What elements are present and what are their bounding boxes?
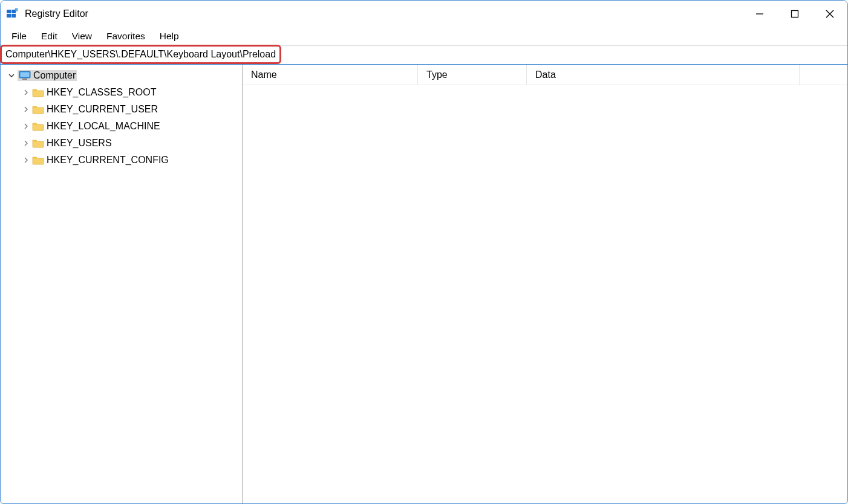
main-split: Computer HKEY_CLASSES_ROOT HK [1, 65, 847, 503]
menu-view[interactable]: View [65, 28, 99, 44]
svg-rect-10 [21, 73, 30, 77]
address-bar-highlight: Computer\HKEY_USERS\.DEFAULT\Keyboard La… [0, 45, 281, 64]
tree-pane[interactable]: Computer HKEY_CLASSES_ROOT HK [1, 65, 243, 503]
values-pane: Name Type Data [243, 65, 847, 503]
registry-editor-window: Registry Editor File Edit View Favorites… [0, 0, 848, 504]
regedit-icon [5, 7, 19, 21]
column-header-tail[interactable] [799, 65, 847, 85]
chevron-right-icon[interactable] [21, 88, 31, 97]
tree-node-hklm[interactable]: HKEY_LOCAL_MACHINE [1, 118, 242, 135]
tree-node-label: HKEY_CURRENT_CONFIG [47, 155, 169, 166]
tree-node-label: HKEY_LOCAL_MACHINE [47, 121, 160, 132]
menu-help[interactable]: Help [152, 28, 186, 44]
tree-node-computer[interactable]: Computer [1, 67, 242, 84]
menu-edit[interactable]: Edit [34, 28, 65, 44]
folder-icon [32, 138, 44, 149]
tree-node-label: Computer [33, 70, 76, 81]
column-headers: Name Type Data [243, 65, 847, 85]
chevron-right-icon[interactable] [21, 105, 31, 114]
svg-rect-11 [22, 79, 27, 80]
computer-icon [19, 70, 31, 81]
chevron-right-icon[interactable] [21, 121, 31, 131]
svg-rect-3 [11, 14, 16, 18]
tree-node-hkcr[interactable]: HKEY_CLASSES_ROOT [1, 84, 242, 101]
minimize-button[interactable] [742, 1, 777, 27]
tree-node-label: HKEY_CLASSES_ROOT [47, 87, 156, 98]
svg-rect-2 [7, 14, 11, 18]
window-controls [742, 1, 847, 27]
chevron-right-icon[interactable] [21, 155, 31, 165]
tree-node-label: HKEY_CURRENT_USER [47, 104, 158, 115]
chevron-down-icon[interactable] [7, 71, 16, 80]
window-title: Registry Editor [25, 8, 742, 19]
svg-rect-6 [792, 11, 798, 18]
folder-icon [32, 87, 44, 98]
address-path[interactable]: Computer\HKEY_USERS\.DEFAULT\Keyboard La… [5, 49, 276, 60]
column-header-data[interactable]: Data [527, 65, 799, 85]
folder-icon [32, 155, 44, 166]
column-header-type[interactable]: Type [418, 65, 527, 85]
menu-favorites[interactable]: Favorites [99, 28, 152, 44]
column-header-name[interactable]: Name [243, 65, 418, 85]
close-button[interactable] [812, 1, 847, 27]
address-bar[interactable]: Computer\HKEY_USERS\.DEFAULT\Keyboard La… [1, 45, 847, 65]
maximize-button[interactable] [777, 1, 812, 27]
folder-icon [32, 104, 44, 115]
tree-node-label: HKEY_USERS [47, 138, 112, 149]
chevron-right-icon[interactable] [21, 138, 31, 148]
tree-node-hku[interactable]: HKEY_USERS [1, 135, 242, 152]
folder-icon [32, 121, 44, 132]
tree-node-hkcu[interactable]: HKEY_CURRENT_USER [1, 101, 242, 118]
values-list[interactable] [243, 85, 847, 503]
svg-rect-0 [7, 10, 11, 13]
tree-node-hkcc[interactable]: HKEY_CURRENT_CONFIG [1, 152, 242, 169]
svg-point-4 [15, 8, 18, 11]
menu-file[interactable]: File [4, 28, 34, 44]
menubar: File Edit View Favorites Help [1, 27, 847, 45]
titlebar: Registry Editor [1, 1, 847, 27]
